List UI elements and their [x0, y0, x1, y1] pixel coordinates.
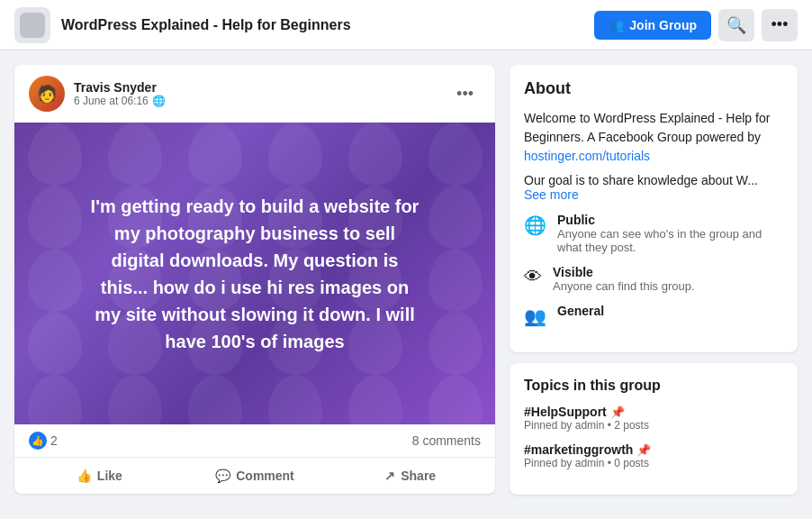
about-title: About [524, 79, 783, 98]
search-button[interactable]: 🔍 [718, 9, 754, 41]
pattern-cell [14, 375, 95, 424]
pin-icon: 📌 [636, 443, 651, 457]
post-actions: 👍 Like 💬 Comment ↗ Share [14, 458, 495, 494]
topic-tag-helpsupport[interactable]: #HelpSupport 📌 [524, 405, 783, 419]
pattern-cell [415, 375, 495, 424]
group-type-icon: 👥 [524, 305, 546, 327]
share-button[interactable]: ↗ Share [332, 461, 488, 490]
pattern-cell [255, 375, 335, 424]
more-icon: ••• [771, 15, 789, 34]
pin-icon: 📌 [610, 405, 625, 419]
post-more-button[interactable]: ••• [449, 81, 481, 107]
topic-item-helpsupport: #HelpSupport 📌 Pinned by admin • 2 posts [524, 405, 783, 432]
visible-desc: Anyone can find this group. [553, 279, 695, 293]
general-title: General [557, 304, 604, 318]
topic-item-marketing: #marketinggrowth 📌 Pinned by admin • 0 p… [524, 442, 783, 469]
group-logo [14, 7, 50, 43]
topic-meta-marketing: Pinned by admin • 0 posts [524, 457, 783, 469]
share-label: Share [401, 469, 436, 483]
topic-meta-helpsupport: Pinned by admin • 2 posts [524, 419, 783, 432]
like-button[interactable]: 👍 Like [22, 461, 177, 490]
comments-count: 8 comments [412, 433, 481, 448]
about-item-public: 🌐 Public Anyone can see who's in the gro… [524, 213, 783, 254]
join-group-label: Join Group [629, 18, 697, 32]
public-title: Public [557, 213, 783, 227]
reactions-count: 2 [50, 433, 58, 448]
post-card: 🧑 Travis Snyder 6 June at 06:16 🌐 ••• [14, 65, 495, 494]
reactions-left: 👍 2 [29, 432, 58, 450]
group-logo-inner [20, 13, 45, 38]
about-item-general: 👥 General [524, 304, 783, 327]
post-image: I'm getting ready to build a website for… [14, 123, 495, 424]
about-goal: Our goal is to share knowledge about W..… [524, 173, 783, 202]
header-actions: 👥 Join Group 🔍 ••• [594, 9, 798, 41]
like-icon: 👍 [77, 469, 92, 483]
header: WordPress Explained - Help for Beginners… [0, 0, 812, 50]
comment-button[interactable]: 💬 Comment [177, 461, 333, 490]
post-date: 6 June at 06:16 [74, 95, 149, 107]
globe-icon: 🌐 [524, 214, 546, 236]
avatar: 🧑 [29, 76, 65, 112]
see-more-button[interactable]: See more [524, 187, 579, 202]
post-header: 🧑 Travis Snyder 6 June at 06:16 🌐 ••• [14, 65, 495, 123]
public-desc: Anyone can see who's in the group and wh… [557, 227, 783, 254]
more-options-button[interactable]: ••• [762, 9, 798, 41]
about-item-visible: 👁 Visible Anyone can find this group. [524, 265, 783, 293]
share-icon: ↗ [384, 469, 395, 483]
pattern-cell [175, 375, 255, 424]
avatar-image: 🧑 [29, 76, 65, 112]
page-title: WordPress Explained - Help for Beginners [61, 17, 583, 33]
privacy-icon: 🌐 [152, 95, 166, 107]
pattern-cell [335, 375, 415, 424]
post-image-text: I'm getting ready to build a website for… [66, 171, 444, 377]
about-description: Welcome to WordPress Explained - Help fo… [524, 109, 783, 166]
pattern-cell [95, 375, 175, 424]
topics-card: Topics in this group #HelpSupport 📌 Pinn… [510, 363, 798, 495]
eye-icon: 👁 [524, 267, 542, 287]
about-link[interactable]: hostinger.com/tutorials [524, 149, 650, 163]
like-label: Like [97, 469, 122, 483]
about-card: About Welcome to WordPress Explained - H… [510, 65, 798, 352]
author-name: Travis Snyder [74, 80, 166, 95]
search-icon: 🔍 [726, 15, 746, 35]
join-group-icon: 👥 [609, 18, 624, 32]
comment-icon: 💬 [215, 469, 230, 483]
visible-title: Visible [553, 265, 695, 279]
topic-tag-marketing[interactable]: #marketinggrowth 📌 [524, 442, 783, 457]
like-reaction-icon: 👍 [29, 432, 47, 450]
sidebar: About Welcome to WordPress Explained - H… [510, 65, 798, 495]
join-group-button[interactable]: 👥 Join Group [594, 11, 711, 40]
topics-title: Topics in this group [524, 378, 783, 394]
author-details: Travis Snyder 6 June at 06:16 🌐 [74, 80, 166, 107]
post-reactions: 👍 2 8 comments [14, 424, 495, 458]
main-layout: 🧑 Travis Snyder 6 June at 06:16 🌐 ••• [0, 50, 812, 509]
comment-label: Comment [236, 469, 294, 483]
post-meta: 6 June at 06:16 🌐 [74, 95, 166, 107]
feed-column: 🧑 Travis Snyder 6 June at 06:16 🌐 ••• [14, 65, 495, 495]
post-author-info: 🧑 Travis Snyder 6 June at 06:16 🌐 [29, 76, 166, 112]
